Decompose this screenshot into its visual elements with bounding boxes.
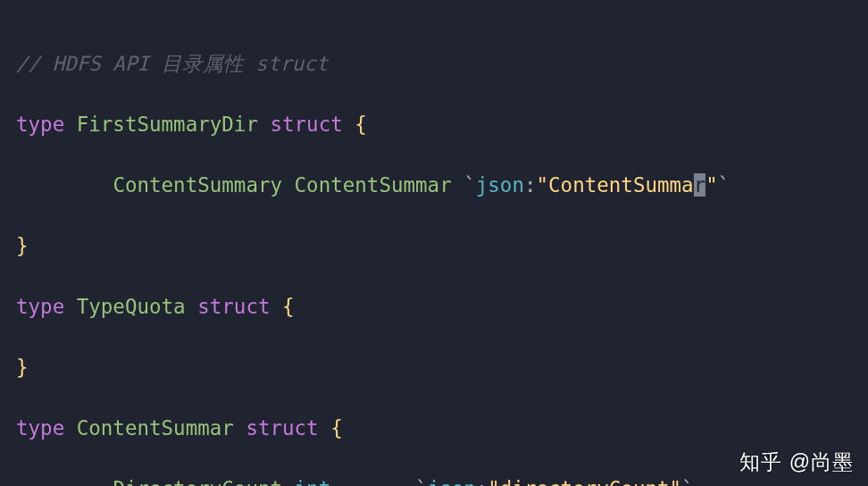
code-line: } [16, 230, 852, 261]
brace-open: { [330, 416, 343, 440]
field-name: DirectoryCount [113, 477, 294, 486]
brace-close: } [16, 356, 29, 379]
tag-tick: ` [718, 173, 730, 197]
field-type: ContentSummar [295, 173, 452, 197]
tag-value: "directoryCount" [488, 477, 681, 486]
keyword-struct: struct [270, 113, 342, 136]
code-line: ContentSummary ContentSummar `json:"Cont… [16, 170, 852, 200]
indent [16, 173, 113, 197]
keyword-type: type [16, 295, 64, 318]
tag-tick: ` [463, 173, 476, 197]
code-line: type ContentSummar struct { [16, 413, 852, 443]
type-name: FirstSummaryDir [77, 113, 258, 136]
code-line: type FirstSummaryDir struct { [16, 109, 852, 139]
code-block: // HDFS API 目录属性 struct type FirstSummar… [0, 0, 868, 486]
type-name: TypeQuota [77, 295, 186, 318]
code-line: DirectoryCount int `json:"directoryCount… [16, 473, 852, 486]
field-type: int [295, 477, 415, 486]
code-line: type TypeQuota struct { [16, 291, 852, 322]
tag-tick: ` [415, 477, 428, 486]
tag-colon: : [476, 477, 488, 486]
tag-key: json [428, 477, 476, 486]
keyword-type: type [16, 113, 64, 136]
keyword-struct: struct [197, 295, 270, 318]
brace-open: { [355, 113, 367, 136]
tag-value: ContentSumma [548, 173, 694, 197]
type-name: ContentSummar [77, 416, 234, 440]
comment: // HDFS API 目录属性 struct [16, 52, 328, 75]
watermark: 知乎 @尚墨 [739, 447, 854, 477]
keyword-type: type [16, 416, 64, 440]
cursor-highlight: r [694, 173, 706, 197]
keyword-struct: struct [246, 416, 318, 440]
field-name: ContentSummary [113, 173, 282, 197]
tag-key: json [476, 173, 524, 197]
tag-quote: " [705, 173, 718, 197]
brace-close: } [16, 234, 29, 257]
tag-tick: ` [681, 477, 694, 486]
code-line: } [16, 352, 852, 382]
indent [16, 477, 113, 486]
tag-quote: " [537, 173, 549, 197]
brace-open: { [282, 295, 295, 318]
tag-colon: : [524, 173, 537, 197]
code-line: // HDFS API 目录属性 struct [16, 48, 852, 79]
